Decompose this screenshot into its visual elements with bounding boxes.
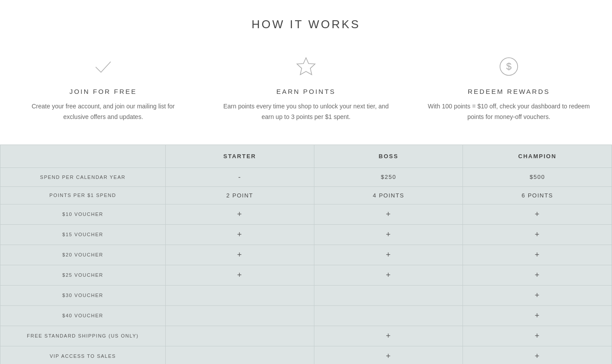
table-row-label: $15 VOUCHER [0,224,166,245]
comparison-table: STARTER BOSS CHAMPION SPEND PER CALENDAR… [0,145,612,364]
table-cell-starter [165,285,314,305]
dollar-icon: $ [496,53,522,80]
star-icon [293,53,319,80]
table-cell-starter: + [165,265,314,285]
table-cell-starter [165,305,314,326]
step-earn: EARN POINTS Earn points every time you s… [205,53,407,123]
table-cell-boss [314,305,463,326]
table-cell-starter: + [165,224,314,245]
table-cell-starter [165,346,314,364]
table-row-label: VIP ACCESS TO SALES [0,346,166,364]
table-cell-boss: + [314,265,463,285]
table-cell-champion: + [463,204,612,224]
table-cell-champion: + [463,326,612,346]
comparison-table-wrapper: STARTER BOSS CHAMPION SPEND PER CALENDAR… [0,145,612,364]
table-row: $10 VOUCHER+++ [0,204,612,224]
table-row-label: $25 VOUCHER [0,265,166,285]
table-cell-champion: $500 [463,167,612,186]
step-join-desc: Create your free account, and join our m… [19,101,187,123]
table-header-empty [0,145,166,167]
table-row: $25 VOUCHER+++ [0,265,612,285]
table-header-row: STARTER BOSS CHAMPION [0,145,612,167]
page-title: HOW IT WORKS [0,18,612,31]
table-cell-starter: + [165,245,314,265]
table-header-champion: CHAMPION [463,145,612,167]
table-cell-boss: + [314,326,463,346]
table-cell-boss: $250 [314,167,463,186]
table-cell-starter: 2 POINT [165,186,314,204]
table-header-boss: BOSS [314,145,463,167]
step-redeem-desc: With 100 points = $10 off, check your da… [425,101,593,123]
table-row-label: $40 VOUCHER [0,305,166,326]
table-cell-boss: + [314,224,463,245]
table-row: FREE STANDARD SHIPPING (US ONLY)++ [0,326,612,346]
table-row: $20 VOUCHER+++ [0,245,612,265]
table-cell-boss: + [314,245,463,265]
table-row-label: $10 VOUCHER [0,204,166,224]
step-earn-desc: Earn points every time you shop to unloc… [222,101,390,123]
svg-text:$: $ [506,61,511,72]
table-row: VIP ACCESS TO SALES++ [0,346,612,364]
table-cell-starter: + [165,204,314,224]
table-row-label: FREE STANDARD SHIPPING (US ONLY) [0,326,166,346]
table-cell-champion: + [463,346,612,364]
checkmark-icon [90,53,116,80]
table-cell-boss [314,285,463,305]
page-wrapper: HOW IT WORKS JOIN FOR FREE Create your f… [0,0,612,364]
table-cell-champion: + [463,224,612,245]
table-cell-champion: 6 POINTS [463,186,612,204]
table-header-starter: STARTER [165,145,314,167]
step-redeem-title: REDEEM REWARDS [425,88,593,95]
table-row: $40 VOUCHER+ [0,305,612,326]
table-cell-boss: + [314,346,463,364]
step-earn-title: EARN POINTS [222,88,390,95]
table-row: SPEND PER CALENDAR YEAR-$250$500 [0,167,612,186]
table-cell-boss: + [314,204,463,224]
table-row: $15 VOUCHER+++ [0,224,612,245]
table-row-label: $20 VOUCHER [0,245,166,265]
step-redeem: $ REDEEM REWARDS With 100 points = $10 o… [407,53,610,123]
steps-container: JOIN FOR FREE Create your free account, … [0,53,612,123]
table-cell-champion: + [463,305,612,326]
table-row: $30 VOUCHER+ [0,285,612,305]
step-join-title: JOIN FOR FREE [19,88,187,95]
table-cell-boss: 4 POINTS [314,186,463,204]
table-cell-champion: + [463,245,612,265]
table-cell-starter [165,326,314,346]
step-join: JOIN FOR FREE Create your free account, … [2,53,205,123]
table-row-label: POINTS PER $1 SPEND [0,186,166,204]
svg-marker-0 [297,58,315,75]
table-cell-champion: + [463,265,612,285]
table-row: POINTS PER $1 SPEND2 POINT4 POINTS6 POIN… [0,186,612,204]
table-cell-starter: - [165,167,314,186]
table-row-label: $30 VOUCHER [0,285,166,305]
table-cell-champion: + [463,285,612,305]
table-row-label: SPEND PER CALENDAR YEAR [0,167,166,186]
